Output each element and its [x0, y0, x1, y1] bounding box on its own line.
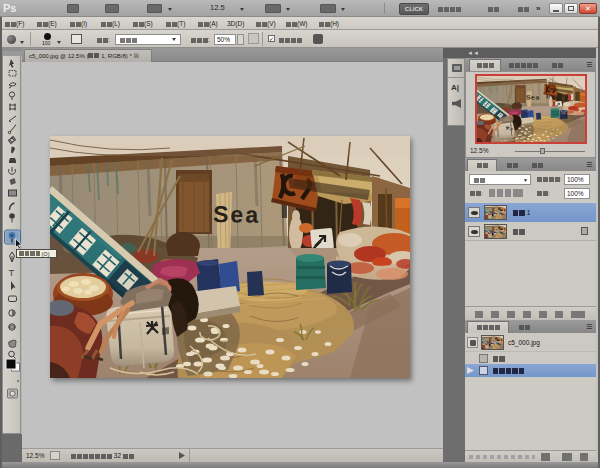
svg-text:T: T: [9, 267, 15, 278]
